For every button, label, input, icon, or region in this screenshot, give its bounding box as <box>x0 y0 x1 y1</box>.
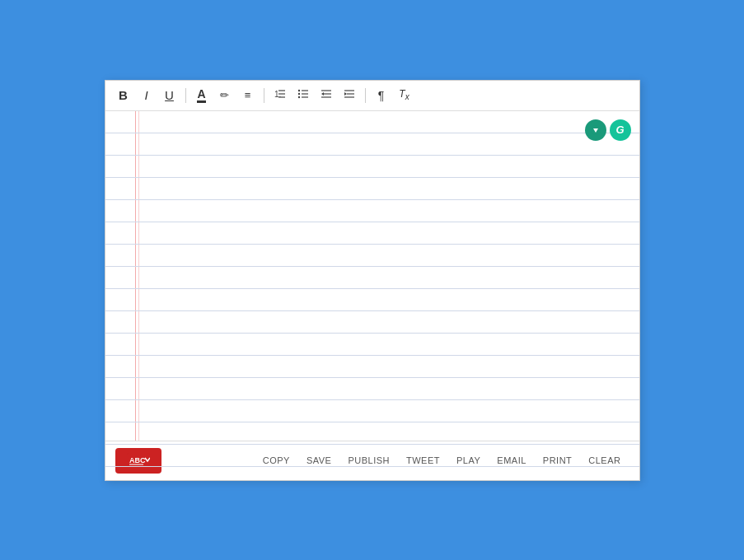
ordered-list-button[interactable]: 1. <box>270 86 290 105</box>
grammarly-label: G <box>615 124 624 136</box>
clear-format-icon: Tx <box>399 88 409 101</box>
indent-increase-button[interactable] <box>339 86 359 105</box>
svg-point-4 <box>297 90 299 91</box>
align-button[interactable]: ≡ <box>238 86 258 105</box>
toolbar-separator-3 <box>365 88 366 103</box>
indent-decrease-button[interactable] <box>316 86 336 105</box>
plugin-icon-down[interactable] <box>585 119 606 141</box>
unordered-list-button[interactable] <box>293 86 313 105</box>
underline-button[interactable]: U <box>160 86 180 105</box>
svg-point-6 <box>297 96 299 98</box>
indent-decrease-icon <box>321 88 332 102</box>
toolbar: B I U A ✏ ≡ 1. <box>105 81 639 111</box>
notebook-area: G <box>105 111 639 441</box>
editor-container: B I U A ✏ ≡ 1. <box>105 80 640 481</box>
indent-increase-icon <box>344 88 355 102</box>
ordered-list-icon: 1. <box>274 88 286 102</box>
italic-icon: I <box>144 88 147 102</box>
svg-marker-17 <box>344 92 347 96</box>
toolbar-separator-1 <box>185 88 186 103</box>
plugin-icons: G <box>585 119 631 141</box>
paragraph-button[interactable]: ¶ <box>372 86 391 105</box>
svg-marker-13 <box>321 92 324 96</box>
bold-button[interactable]: B <box>114 86 133 105</box>
align-icon: ≡ <box>245 89 251 101</box>
underline-icon: U <box>165 88 174 102</box>
toolbar-separator-2 <box>264 88 264 103</box>
italic-button[interactable]: I <box>137 86 157 105</box>
bold-icon: B <box>119 88 128 102</box>
clear-format-button[interactable]: Tx <box>395 86 414 105</box>
unordered-list-icon <box>297 88 309 102</box>
svg-point-5 <box>297 93 299 95</box>
highlight-icon: ✏ <box>220 89 229 101</box>
highlight-button[interactable]: ✏ <box>215 86 235 105</box>
editor-content[interactable] <box>105 111 639 441</box>
paragraph-icon: ¶ <box>378 89 385 102</box>
grammarly-icon[interactable]: G <box>610 119 631 141</box>
font-color-icon: A <box>197 88 205 103</box>
font-color-button[interactable]: A <box>192 86 212 105</box>
